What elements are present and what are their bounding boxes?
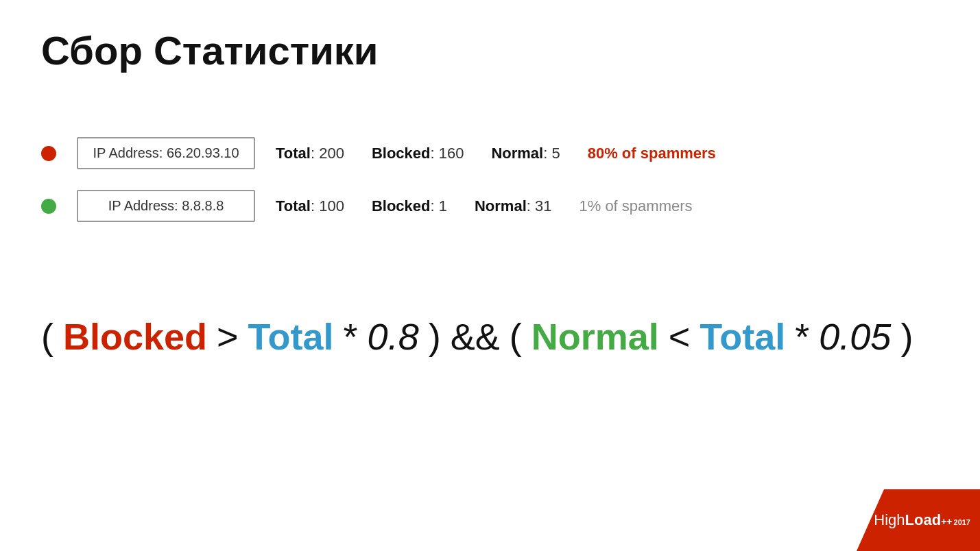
normal-value-2: 31	[535, 197, 551, 215]
ip-box-2: IP Address: 8.8.8.8	[77, 190, 255, 222]
normal-label-1: Normal	[491, 145, 543, 162]
formula: ( Blocked > Total * 0.8 ) && ( Normal < …	[41, 315, 913, 358]
formula-val2: 0.05	[819, 315, 891, 358]
total-label-1: Total	[276, 145, 311, 162]
highload-plus: ++	[941, 516, 952, 527]
formula-total1: Total	[248, 315, 334, 358]
formula-and: &&	[451, 315, 500, 358]
dot-red-1	[41, 146, 56, 161]
page-title: Сбор Статистики	[41, 27, 379, 73]
formula-open1: (	[41, 315, 53, 358]
highload-year: 2017	[954, 518, 970, 526]
ip-row-1: IP Address: 66.20.93.10 Total: 200 Block…	[41, 137, 716, 169]
total-value-1: 200	[319, 145, 344, 162]
rows-container: IP Address: 66.20.93.10 Total: 200 Block…	[41, 137, 716, 222]
blocked-label-2: Blocked	[372, 197, 431, 215]
formula-blocked: Blocked	[63, 315, 207, 358]
ip-row-2: IP Address: 8.8.8.8 Total: 100 Blocked: …	[41, 190, 716, 222]
formula-normal: Normal	[531, 315, 659, 358]
stat-group-1: Total: 200 Blocked: 160 Normal: 5 80% of…	[276, 145, 716, 162]
formula-times1: *	[344, 315, 358, 358]
normal-1: Normal: 5	[491, 145, 560, 162]
highload-load: Load	[905, 511, 942, 529]
highload-badge: HighLoad++ 2017	[857, 489, 980, 551]
formula-open2: (	[510, 315, 522, 358]
formula-times2: *	[795, 315, 809, 358]
blocked-value-2: 1	[439, 197, 447, 215]
blocked-2: Blocked: 1	[372, 197, 447, 215]
spammers-1: 80% of spammers	[588, 145, 716, 162]
spammers-2: 1% of spammers	[579, 197, 692, 215]
formula-close1: )	[429, 315, 441, 358]
normal-label-2: Normal	[475, 197, 527, 215]
formula-gt: >	[217, 315, 239, 358]
stat-group-2: Total: 100 Blocked: 1 Normal: 31 1% of s…	[276, 197, 693, 215]
total-2: Total: 100	[276, 197, 344, 215]
total-value-2: 100	[319, 197, 344, 215]
total-1: Total: 200	[276, 145, 344, 162]
blocked-1: Blocked: 160	[372, 145, 464, 162]
formula-total2: Total	[700, 315, 785, 358]
total-label-2: Total	[276, 197, 311, 215]
blocked-label-1: Blocked	[372, 145, 431, 162]
normal-2: Normal: 31	[475, 197, 552, 215]
formula-lt: <	[669, 315, 691, 358]
formula-val1: 0.8	[368, 315, 419, 358]
dot-green-2	[41, 199, 56, 214]
highload-high: High	[874, 511, 905, 529]
highload-text: HighLoad++ 2017	[874, 511, 970, 529]
normal-value-1: 5	[551, 145, 560, 162]
blocked-value-1: 160	[439, 145, 464, 162]
ip-box-1: IP Address: 66.20.93.10	[77, 137, 255, 169]
formula-close2: )	[900, 315, 913, 358]
